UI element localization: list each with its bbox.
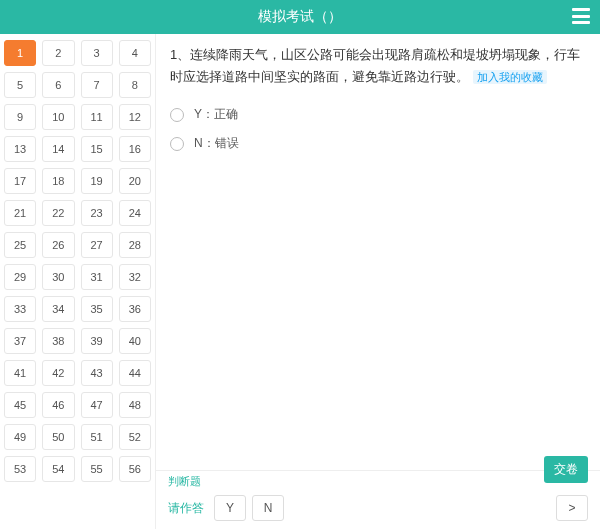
question-nav-19[interactable]: 19 — [81, 168, 113, 194]
question-nav-28[interactable]: 28 — [119, 232, 151, 258]
question-nav-26[interactable]: 26 — [42, 232, 74, 258]
header-bar: 模拟考试（） — [0, 0, 600, 34]
question-nav-30[interactable]: 30 — [42, 264, 74, 290]
question-nav-55[interactable]: 55 — [81, 456, 113, 482]
option-label: Y：正确 — [194, 106, 238, 123]
question-nav-5[interactable]: 5 — [4, 72, 36, 98]
question-nav-27[interactable]: 27 — [81, 232, 113, 258]
question-nav-4[interactable]: 4 — [119, 40, 151, 66]
question-nav-42[interactable]: 42 — [42, 360, 74, 386]
question-grid: 1234567891011121314151617181920212223242… — [4, 40, 151, 482]
favorite-button[interactable]: 加入我的收藏 — [473, 70, 547, 84]
question-nav-37[interactable]: 37 — [4, 328, 36, 354]
question-nav-53[interactable]: 53 — [4, 456, 36, 482]
answer-buttons: YN — [214, 495, 284, 521]
question-nav-38[interactable]: 38 — [42, 328, 74, 354]
option-N[interactable]: N：错误 — [170, 129, 586, 158]
question-nav-33[interactable]: 33 — [4, 296, 36, 322]
next-button[interactable]: > — [556, 495, 588, 521]
answer-button-Y[interactable]: Y — [214, 495, 246, 521]
menu-icon[interactable] — [572, 8, 590, 24]
question-nav-16[interactable]: 16 — [119, 136, 151, 162]
question-nav-17[interactable]: 17 — [4, 168, 36, 194]
bottom-bar: 判断题 请作答 YN > — [156, 470, 600, 529]
answer-button-N[interactable]: N — [252, 495, 284, 521]
question-nav-14[interactable]: 14 — [42, 136, 74, 162]
question-nav-41[interactable]: 41 — [4, 360, 36, 386]
question-nav-8[interactable]: 8 — [119, 72, 151, 98]
question-nav-10[interactable]: 10 — [42, 104, 74, 130]
question-nav-56[interactable]: 56 — [119, 456, 151, 482]
question-nav-40[interactable]: 40 — [119, 328, 151, 354]
question-nav-6[interactable]: 6 — [42, 72, 74, 98]
question-nav-46[interactable]: 46 — [42, 392, 74, 418]
question-nav-45[interactable]: 45 — [4, 392, 36, 418]
question-type-tag: 判断题 — [156, 471, 600, 489]
options-list: Y：正确N：错误 — [170, 100, 586, 158]
page-title: 模拟考试（） — [258, 8, 342, 26]
question-nav-32[interactable]: 32 — [119, 264, 151, 290]
question-number: 1、 — [170, 47, 190, 62]
question-nav-12[interactable]: 12 — [119, 104, 151, 130]
question-nav-9[interactable]: 9 — [4, 104, 36, 130]
option-label: N：错误 — [194, 135, 239, 152]
question-nav-21[interactable]: 21 — [4, 200, 36, 226]
question-nav-50[interactable]: 50 — [42, 424, 74, 450]
question-nav-31[interactable]: 31 — [81, 264, 113, 290]
question-nav-sidebar[interactable]: 1234567891011121314151617181920212223242… — [0, 34, 156, 529]
question-nav-11[interactable]: 11 — [81, 104, 113, 130]
question-nav-43[interactable]: 43 — [81, 360, 113, 386]
option-Y[interactable]: Y：正确 — [170, 100, 586, 129]
question-nav-49[interactable]: 49 — [4, 424, 36, 450]
content-area: 1、连续降雨天气，山区公路可能会出现路肩疏松和堤坡坍塌现象，行车时应选择道路中间… — [156, 34, 600, 529]
question-nav-1[interactable]: 1 — [4, 40, 36, 66]
question-nav-25[interactable]: 25 — [4, 232, 36, 258]
question-nav-15[interactable]: 15 — [81, 136, 113, 162]
question-nav-54[interactable]: 54 — [42, 456, 74, 482]
question-area: 1、连续降雨天气，山区公路可能会出现路肩疏松和堤坡坍塌现象，行车时应选择道路中间… — [156, 34, 600, 470]
question-nav-2[interactable]: 2 — [42, 40, 74, 66]
question-nav-35[interactable]: 35 — [81, 296, 113, 322]
question-nav-22[interactable]: 22 — [42, 200, 74, 226]
question-nav-29[interactable]: 29 — [4, 264, 36, 290]
question-nav-48[interactable]: 48 — [119, 392, 151, 418]
radio-icon — [170, 137, 184, 151]
question-nav-7[interactable]: 7 — [81, 72, 113, 98]
question-nav-24[interactable]: 24 — [119, 200, 151, 226]
submit-button[interactable]: 交卷 — [544, 456, 588, 483]
question-nav-20[interactable]: 20 — [119, 168, 151, 194]
question-nav-51[interactable]: 51 — [81, 424, 113, 450]
question-nav-39[interactable]: 39 — [81, 328, 113, 354]
question-nav-3[interactable]: 3 — [81, 40, 113, 66]
question-nav-52[interactable]: 52 — [119, 424, 151, 450]
question-nav-18[interactable]: 18 — [42, 168, 74, 194]
question-nav-47[interactable]: 47 — [81, 392, 113, 418]
question-text: 1、连续降雨天气，山区公路可能会出现路肩疏松和堤坡坍塌现象，行车时应选择道路中间… — [170, 44, 586, 88]
radio-icon — [170, 108, 184, 122]
answer-bar: 请作答 YN > — [156, 489, 600, 529]
question-nav-44[interactable]: 44 — [119, 360, 151, 386]
question-nav-23[interactable]: 23 — [81, 200, 113, 226]
question-nav-36[interactable]: 36 — [119, 296, 151, 322]
question-nav-34[interactable]: 34 — [42, 296, 74, 322]
answer-prompt: 请作答 — [168, 500, 204, 517]
main-area: 1234567891011121314151617181920212223242… — [0, 34, 600, 529]
question-nav-13[interactable]: 13 — [4, 136, 36, 162]
